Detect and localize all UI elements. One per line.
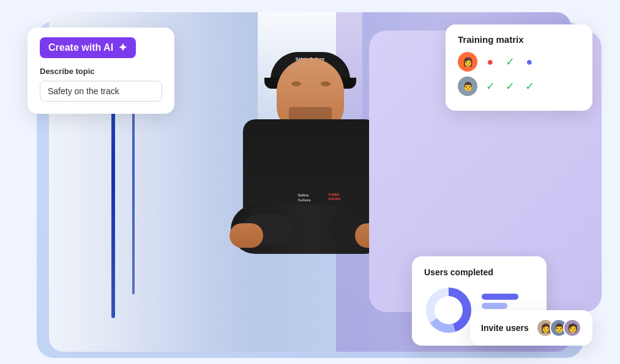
training-row-1: 👩 ● ✓ ● <box>458 52 580 72</box>
training-matrix-title: Training matrix <box>458 34 580 45</box>
avatar-1: 👩 <box>458 52 477 72</box>
status-dot-green-2c: ✓ <box>523 80 536 93</box>
donut-chart <box>424 286 473 335</box>
create-ai-card: Create with AI ✦ Describe topic <box>28 28 174 114</box>
training-row-2: 👨 ✓ ✓ ✓ <box>458 76 580 96</box>
status-dot-green-1: ✓ <box>503 55 517 69</box>
legend-bar-2 <box>482 303 507 309</box>
training-matrix-card: Training matrix 👩 ● ✓ ● 👨 ✓ ✓ ✓ <box>446 24 592 111</box>
invite-users-card: Invite users 👩 👨 🧑 <box>470 310 592 346</box>
invite-avatar-2-emoji: 👨 <box>554 323 564 333</box>
ai-badge: Create with AI ✦ <box>40 37 136 58</box>
avatar-2-emoji: 👨 <box>463 81 473 91</box>
avatar-1-emoji: 👩 <box>463 57 473 67</box>
invite-avatar-3-emoji: 🧑 <box>567 323 578 333</box>
invite-avatar-3: 🧑 <box>563 319 581 337</box>
scene: Safety Culture SafetyCulture KAIBIGRACIN… <box>0 0 620 364</box>
status-dot-blue-1: ● <box>523 55 536 69</box>
ai-badge-label: Create with AI <box>48 42 113 53</box>
describe-topic-input[interactable] <box>40 81 162 102</box>
shirt-logo-right: KAIBIGRACING <box>329 193 341 201</box>
shirt-logo-left: SafetyCulture <box>298 193 311 203</box>
invite-users-title: Invite users <box>481 323 529 333</box>
avatar-2: 👨 <box>458 76 477 96</box>
status-dot-green-2a: ✓ <box>484 80 497 93</box>
sparkle-icon: ✦ <box>118 41 127 54</box>
invite-avatar-1-emoji: 👩 <box>540 323 551 333</box>
legend-bar-1 <box>482 294 518 300</box>
svg-point-3 <box>435 297 462 324</box>
status-dot-green-2b: ✓ <box>503 80 517 93</box>
describe-topic-label: Describe topic <box>40 67 162 76</box>
users-completed-title: Users completed <box>424 267 534 277</box>
invite-avatars-group: 👩 👨 🧑 <box>536 319 581 337</box>
status-dot-red-1: ● <box>484 55 497 69</box>
